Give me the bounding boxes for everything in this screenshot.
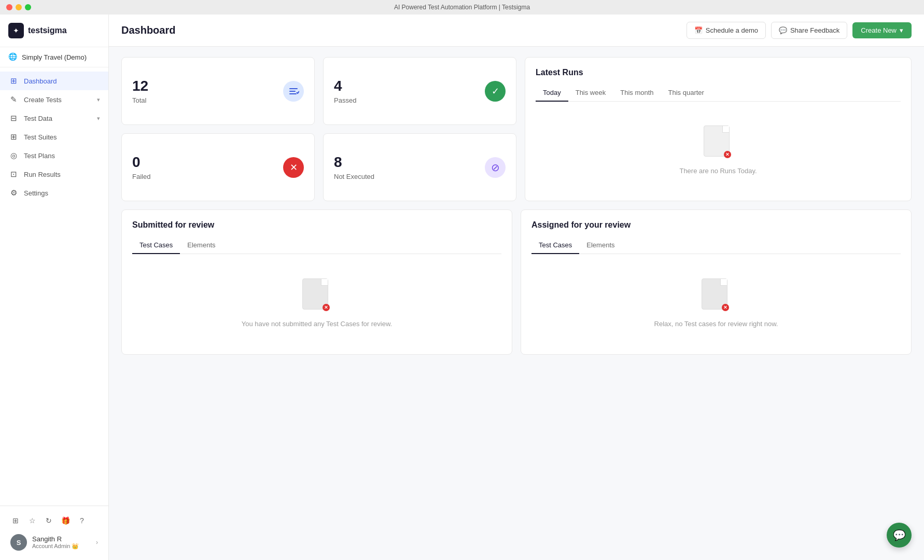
empty-assigned-icon: ✕ [702,278,731,314]
submitted-empty-message: You have not submitted any Test Cases fo… [242,320,393,328]
sidebar-item-test-plans[interactable]: ◎ Test Plans [0,146,108,165]
submitted-tab-test-cases[interactable]: Test Cases [132,237,180,254]
sidebar-item-settings[interactable]: ⚙ Settings [0,184,108,202]
assigned-empty-message: Relax, no Test cases for review right no… [654,320,778,328]
chat-fab-button[interactable]: 💬 [887,523,912,548]
tab-today[interactable]: Today [536,85,568,102]
share-feedback-button[interactable]: 💬 Share Feedback [771,22,847,39]
tab-this-month[interactable]: This month [613,85,661,102]
chevron-down-icon-2: ▾ [97,115,100,122]
sidebar-item-run-results[interactable]: ⊡ Run Results [0,165,108,184]
nav-label-settings: Settings [24,189,100,197]
main-content: Dashboard 📅 Schedule a demo 💬 Share Feed… [109,15,924,560]
nav-label-test-plans: Test Plans [24,152,100,160]
stats-subgrid: 12 Total [121,57,516,201]
nav-label-test-suites: Test Suites [24,133,100,141]
page-title: Dashboard [121,24,687,36]
create-tests-icon: ✎ [8,95,19,104]
assigned-tab-test-cases[interactable]: Test Cases [531,237,579,254]
sidebar-nav: ⊞ Dashboard ✎ Create Tests ▾ ⊟ Test Data… [0,67,108,506]
logo-text: testsigma [28,26,67,35]
titlebar: AI Powered Test Automation Platform | Te… [0,0,924,15]
latest-runs-card: Latest Runs Today This week This month T… [525,57,912,201]
failed-icon: ✕ [283,157,304,178]
submitted-review-title: Submitted for review [132,220,501,230]
project-icon: 🌐 [8,52,18,62]
tab-this-quarter[interactable]: This quarter [661,85,711,102]
stat-card-passed: 4 Passed ✓ [323,57,516,125]
minimize-button[interactable] [16,4,22,10]
refresh-icon[interactable]: ↻ [41,513,56,528]
total-count: 12 [132,78,148,94]
assigned-review-card: Assigned for your review Test Cases Elem… [521,209,912,355]
window-title: AI Powered Test Automation Platform | Te… [394,4,530,11]
not-executed-count: 8 [334,154,374,171]
svg-rect-1 [289,91,296,92]
test-data-icon: ⊟ [8,114,19,123]
nav-label-test-data: Test Data [24,115,92,122]
failed-label: Failed [132,173,150,180]
submitted-review-card: Submitted for review Test Cases Elements… [121,209,512,355]
user-profile[interactable]: S Sangith R Account Admin 👑 › [4,530,104,555]
stat-card-not-executed: 8 Not Executed ⊘ [323,133,516,201]
share-icon[interactable]: ⊞ [8,513,23,528]
submitted-tab-elements[interactable]: Elements [180,237,222,254]
sidebar-bottom: ⊞ ☆ ↻ 🎁 ? S Sangith R Account Admin 👑 › [0,506,108,560]
user-chevron-icon: › [96,539,98,546]
passed-label: Passed [334,96,356,104]
review-row: Submitted for review Test Cases Elements… [121,209,912,355]
sidebar-item-dashboard[interactable]: ⊞ Dashboard [0,72,108,90]
avatar: S [10,534,27,551]
nav-label-create-tests: Create Tests [24,96,92,104]
feedback-icon: 💬 [779,26,787,34]
assigned-review-title: Assigned for your review [531,220,901,230]
nav-label-run-results: Run Results [24,171,100,178]
page-header: Dashboard 📅 Schedule a demo 💬 Share Feed… [109,15,924,47]
help-icon[interactable]: ? [75,513,89,528]
create-new-button[interactable]: Create New ▾ [852,22,912,38]
sidebar-item-create-tests[interactable]: ✎ Create Tests ▾ [0,90,108,109]
submitted-review-empty: ✕ You have not submitted any Test Cases … [132,262,501,344]
sidebar: ✦ testsigma 🌐 Simply Travel (Demo) ⊞ Das… [0,15,109,560]
sidebar-item-test-suites[interactable]: ⊞ Test Suites [0,128,108,146]
traffic-lights [6,4,31,10]
calendar-icon: 📅 [694,26,703,34]
header-actions: 📅 Schedule a demo 💬 Share Feedback Creat… [687,22,912,39]
not-executed-label: Not Executed [334,173,374,180]
submitted-review-tabs: Test Cases Elements [132,237,501,254]
user-role: Account Admin 👑 [32,543,91,550]
sidebar-logo: ✦ testsigma [0,15,108,47]
latest-runs-title: Latest Runs [536,68,901,77]
settings-icon: ⚙ [8,188,19,198]
test-suites-icon: ⊞ [8,132,19,142]
logo-icon: ✦ [8,23,24,38]
chat-icon: 💬 [893,529,906,541]
run-results-icon: ⊡ [8,170,19,179]
latest-runs-tabs: Today This week This month This quarter [536,85,901,102]
gift-icon[interactable]: 🎁 [58,513,73,528]
svg-rect-0 [289,88,298,89]
assigned-tab-elements[interactable]: Elements [579,237,622,254]
maximize-button[interactable] [25,4,31,10]
nav-label-dashboard: Dashboard [24,77,100,85]
app-container: ✦ testsigma 🌐 Simply Travel (Demo) ⊞ Das… [0,15,924,560]
latest-runs-empty: ✕ There are no Runs Today. [536,110,901,190]
chevron-down-icon: ▾ [97,96,100,103]
test-plans-icon: ◎ [8,151,19,160]
bookmark-icon[interactable]: ☆ [25,513,39,528]
total-icon [283,81,304,102]
failed-count: 0 [132,154,150,171]
tab-this-week[interactable]: This week [568,85,613,102]
sidebar-item-test-data[interactable]: ⊟ Test Data ▾ [0,109,108,128]
stats-row: 12 Total [121,57,912,201]
project-selector[interactable]: 🌐 Simply Travel (Demo) [0,47,108,67]
stat-card-total: 12 Total [121,57,315,125]
stat-card-failed: 0 Failed ✕ [121,133,315,201]
schedule-demo-button[interactable]: 📅 Schedule a demo [687,22,766,39]
dashboard-icon: ⊞ [8,76,19,86]
assigned-review-empty: ✕ Relax, no Test cases for review right … [531,262,901,344]
passed-count: 4 [334,78,356,94]
bottom-icons-row: ⊞ ☆ ↻ 🎁 ? [4,511,104,530]
empty-submitted-icon: ✕ [302,278,331,314]
close-button[interactable] [6,4,12,10]
